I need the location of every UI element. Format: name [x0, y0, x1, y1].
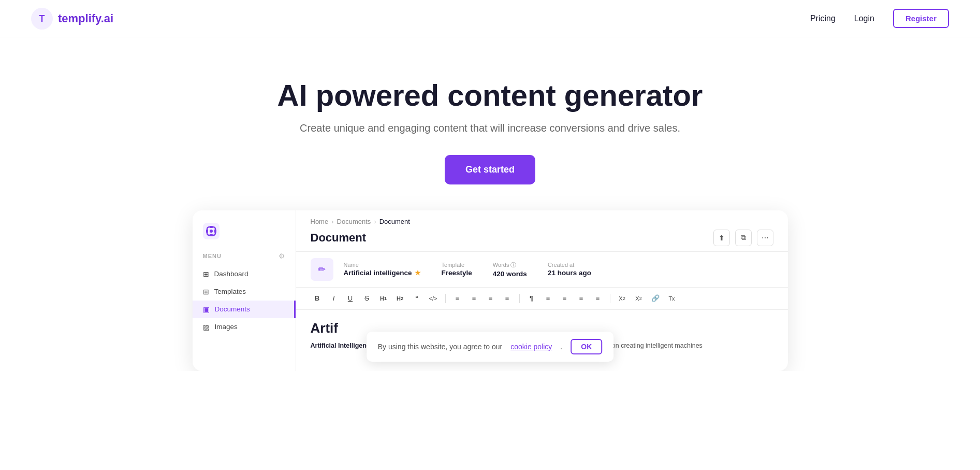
breadcrumb-sep1: ›: [331, 218, 333, 225]
doc-meta-icon: ✏: [311, 258, 333, 281]
h1-button[interactable]: H1: [377, 292, 390, 305]
sidebar-item-label-images: Images: [215, 323, 238, 331]
doc-meta-fields: Name Artificial intelligence ★ Template …: [344, 258, 591, 281]
h2-button[interactable]: H2: [393, 292, 407, 305]
documents-icon: ▣: [203, 305, 210, 314]
cookie-policy-link[interactable]: cookie policy: [510, 343, 552, 351]
login-link[interactable]: Login: [854, 14, 874, 23]
doc-meta: ✏ Name Artificial intelligence ★ Templat…: [296, 252, 788, 288]
clear-format-button[interactable]: Tx: [665, 292, 679, 305]
name-value-text: Artificial intelligence: [344, 269, 412, 277]
sidebar-item-label-documents: Documents: [215, 305, 250, 313]
breadcrumb: Home › Documents › Document: [311, 218, 773, 225]
breadcrumb-home[interactable]: Home: [311, 218, 329, 225]
align-left-button[interactable]: ≡: [542, 292, 555, 305]
indent-button[interactable]: ≡: [484, 292, 498, 305]
pricing-link[interactable]: Pricing: [810, 14, 836, 23]
logo-area: T templify.ai: [31, 8, 113, 30]
created-label: Created at: [548, 262, 591, 268]
svg-rect-8: [214, 230, 216, 233]
hero-section: AI powered content generator Create uniq…: [0, 37, 980, 210]
underline-button[interactable]: U: [344, 292, 357, 305]
doc-toolbar: B I U S H1 H2 ❝ </> ≡ ≡ ≡ ≡ ¶ ≡ ≡ ≡ ≡: [296, 288, 788, 310]
bold-button[interactable]: B: [311, 292, 324, 305]
sidebar-item-images[interactable]: ▨ Images: [193, 318, 296, 336]
more-button[interactable]: ⋯: [757, 230, 773, 246]
ul-button[interactable]: ≡: [467, 292, 481, 305]
sidebar-menu-header: MENU ⚙: [193, 250, 296, 265]
svg-rect-6: [210, 234, 213, 236]
sidebar-menu-label: MENU: [203, 253, 222, 259]
cookie-banner: By using this website, you agree to our …: [367, 332, 614, 362]
quote-button[interactable]: ❝: [410, 292, 423, 305]
doc-title: Document: [311, 231, 367, 245]
star-icon: ★: [415, 269, 421, 277]
align-right-button[interactable]: ≡: [575, 292, 588, 305]
export-button[interactable]: ⬆: [713, 230, 730, 246]
copy-button[interactable]: ⧉: [735, 230, 752, 246]
sidebar-logo-icon: [203, 223, 220, 239]
align-center-button[interactable]: ≡: [558, 292, 572, 305]
sidebar: MENU ⚙ ⊞ Dashboard ⊞ Templates ▣ Documen…: [193, 210, 296, 371]
sidebar-item-dashboard[interactable]: ⊞ Dashboard: [193, 265, 296, 283]
hero-subtitle: Create unique and engaging content that …: [10, 122, 970, 134]
doc-meta-template: Template Freestyle: [442, 262, 472, 277]
app-preview-wrapper: MENU ⚙ ⊞ Dashboard ⊞ Templates ▣ Documen…: [0, 210, 980, 371]
nav-right: Pricing Login Register: [810, 9, 949, 28]
doc-meta-name: Name Artificial intelligence ★: [344, 262, 421, 277]
strikethrough-button[interactable]: S: [360, 292, 374, 305]
name-value: Artificial intelligence ★: [344, 269, 421, 277]
svg-text:T: T: [39, 13, 45, 24]
sidebar-item-templates[interactable]: ⊞ Templates: [193, 283, 296, 301]
sidebar-item-documents[interactable]: ▣ Documents: [193, 301, 296, 318]
svg-point-4: [210, 230, 213, 233]
cookie-message: By using this website, you agree to our: [378, 343, 502, 351]
sidebar-item-label-templates: Templates: [214, 288, 246, 295]
words-label: Words ⓘ: [493, 261, 527, 269]
ol-button[interactable]: ≡: [451, 292, 464, 305]
doc-header: Home › Documents › Document Document ⬆ ⧉…: [296, 210, 788, 252]
get-started-button[interactable]: Get started: [445, 155, 535, 184]
link-button[interactable]: 🔗: [649, 292, 662, 305]
toolbar-sep1: [445, 294, 446, 303]
template-label: Template: [442, 262, 472, 268]
para-button[interactable]: ¶: [525, 292, 538, 305]
breadcrumb-sep2: ›: [374, 218, 376, 225]
breadcrumb-documents[interactable]: Documents: [337, 218, 371, 225]
toolbar-sep3: [610, 294, 610, 303]
superscript-button[interactable]: X2: [632, 292, 646, 305]
images-icon: ▨: [203, 323, 210, 331]
sidebar-logo: [193, 219, 296, 250]
navbar: T templify.ai Pricing Login Register: [0, 0, 980, 37]
italic-button[interactable]: I: [327, 292, 341, 305]
subscript-button[interactable]: X2: [616, 292, 629, 305]
breadcrumb-current: Document: [379, 218, 410, 225]
svg-rect-7: [206, 230, 208, 233]
code-button[interactable]: </>: [427, 292, 440, 305]
doc-meta-created: Created at 21 hours ago: [548, 262, 591, 277]
svg-rect-5: [210, 226, 213, 228]
align-justify-button[interactable]: ≡: [591, 292, 605, 305]
doc-meta-words: Words ⓘ 420 words: [493, 261, 527, 278]
template-value: Freestyle: [442, 269, 472, 277]
cookie-ok-button[interactable]: OK: [571, 339, 602, 354]
doc-body-bold: Artificial Intelligence: [311, 342, 374, 349]
doc-title-row: Document ⬆ ⧉ ⋯: [311, 230, 773, 246]
doc-actions: ⬆ ⧉ ⋯: [713, 230, 773, 246]
toolbar-sep2: [519, 294, 520, 303]
logo-text: templify.ai: [58, 12, 113, 25]
logo-icon: T: [31, 8, 53, 30]
gear-icon[interactable]: ⚙: [279, 252, 285, 260]
sidebar-item-label-dashboard: Dashboard: [214, 270, 248, 278]
register-button[interactable]: Register: [893, 9, 949, 28]
templates-icon: ⊞: [203, 288, 209, 296]
name-label: Name: [344, 262, 421, 268]
dashboard-icon: ⊞: [203, 270, 209, 278]
cookie-period: .: [560, 343, 562, 351]
hero-title: AI powered content generator: [10, 79, 970, 112]
words-value: 420 words: [493, 270, 527, 278]
outdent-button[interactable]: ≡: [501, 292, 514, 305]
created-value: 21 hours ago: [548, 269, 591, 277]
